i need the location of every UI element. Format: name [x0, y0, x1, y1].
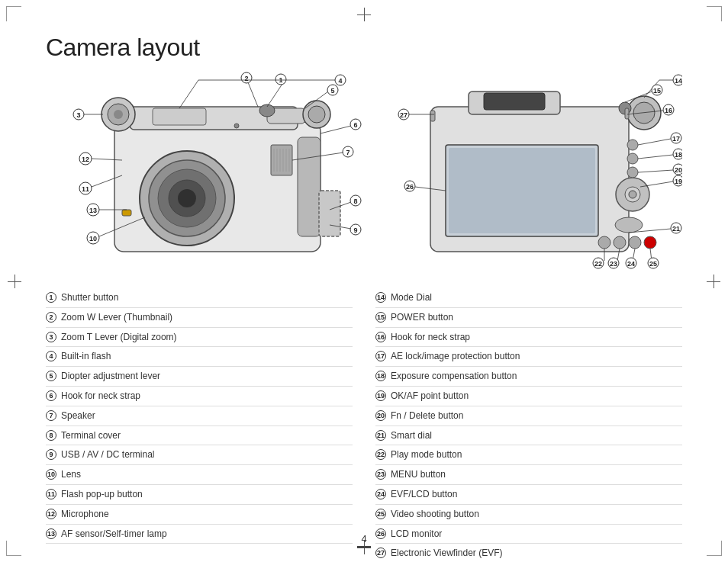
- svg-text:6: 6: [353, 121, 357, 129]
- part-number: 9: [46, 449, 56, 460]
- list-item: 2 Zoom W Lever (Thumbnail): [46, 308, 353, 328]
- svg-point-4: [114, 110, 123, 119]
- part-label: USB / AV / DC terminal: [61, 448, 154, 461]
- list-item: 22 Play mode button: [375, 445, 682, 465]
- part-number: 24: [375, 489, 386, 499]
- part-number: 13: [46, 528, 56, 539]
- part-number: 8: [46, 430, 56, 441]
- svg-text:25: 25: [649, 260, 657, 268]
- page-title: Camera layout: [46, 34, 200, 62]
- list-item: 25 Video shooting button: [375, 505, 682, 525]
- svg-text:27: 27: [400, 111, 407, 119]
- svg-text:17: 17: [672, 135, 680, 143]
- parts-section: 1 Shutter button 2 Zoom W Lever (Thumbna…: [46, 288, 682, 562]
- part-label: Terminal cover: [61, 429, 121, 442]
- svg-point-83: [614, 236, 626, 249]
- part-number: 3: [46, 332, 56, 342]
- list-item: 20 Fn / Delete button: [375, 406, 682, 426]
- svg-text:13: 13: [89, 207, 97, 214]
- parts-column-left: 1 Shutter button 2 Zoom W Lever (Thumbna…: [46, 288, 353, 562]
- list-item: 18 Exposure compensation button: [375, 367, 682, 387]
- part-label: EVF/LCD button: [391, 488, 457, 501]
- part-label: POWER button: [391, 311, 453, 324]
- list-item: 11 Flash pop-up button: [46, 485, 353, 505]
- camera-right: 14 15 16 17 18 19 20: [392, 69, 682, 275]
- part-label: Microphone: [61, 508, 109, 521]
- svg-point-79: [627, 153, 638, 164]
- page-num-text: 4: [361, 533, 366, 544]
- part-number: 14: [375, 292, 386, 303]
- parts-column-right: 14 Mode Dial 15 POWER button 16 Hook for…: [375, 288, 682, 562]
- part-label: OK/AF point button: [391, 390, 469, 403]
- crosshair-top: [357, 8, 371, 21]
- svg-text:23: 23: [610, 260, 617, 268]
- list-item: 23 MENU button: [375, 465, 682, 485]
- list-item: 7 Speaker: [46, 406, 353, 426]
- list-item: 15 POWER button: [375, 308, 682, 328]
- svg-text:3: 3: [76, 111, 80, 119]
- list-item: 24 EVF/LCD button: [375, 485, 682, 505]
- part-number: 21: [375, 430, 386, 441]
- svg-point-81: [615, 217, 643, 233]
- part-label: Built-in flash: [61, 350, 111, 363]
- svg-text:10: 10: [89, 235, 97, 242]
- svg-rect-15: [153, 108, 206, 125]
- page-num-bar: [357, 546, 371, 548]
- svg-text:7: 7: [346, 149, 350, 156]
- svg-text:4: 4: [338, 77, 342, 85]
- svg-text:15: 15: [653, 87, 661, 95]
- part-number: 18: [375, 371, 386, 381]
- part-label: Diopter adjustment lever: [61, 370, 160, 383]
- svg-line-100: [638, 155, 673, 159]
- camera-front-svg: 1 2 3 4 5 6 7: [46, 69, 374, 275]
- part-number: 16: [375, 332, 386, 342]
- part-number: 26: [375, 528, 386, 539]
- list-item: 10 Lens: [46, 465, 353, 485]
- svg-rect-13: [298, 137, 321, 236]
- corner-mark-br: [707, 541, 722, 556]
- svg-text:20: 20: [675, 166, 682, 174]
- part-number: 10: [46, 469, 56, 480]
- part-number: 11: [46, 489, 56, 499]
- svg-text:24: 24: [627, 260, 635, 268]
- svg-point-80: [627, 167, 638, 178]
- part-label: AF sensor/Self-timer lamp: [61, 528, 167, 541]
- part-number: 7: [46, 410, 56, 421]
- svg-line-29: [248, 82, 258, 107]
- svg-text:2: 2: [244, 75, 248, 82]
- part-number: 19: [375, 390, 386, 401]
- svg-point-82: [598, 236, 610, 249]
- part-number: 20: [375, 410, 386, 421]
- part-number: 12: [46, 509, 56, 519]
- svg-text:18: 18: [675, 151, 682, 159]
- svg-text:11: 11: [82, 185, 89, 193]
- part-label: Zoom W Lever (Thumbnail): [61, 311, 172, 324]
- part-number: 27: [375, 548, 386, 558]
- corner-mark-bl: [6, 541, 21, 556]
- list-item: 17 AE lock/image protection button: [375, 347, 682, 367]
- list-item: 6 Hook for neck strap: [46, 387, 353, 406]
- list-item: 5 Diopter adjustment lever: [46, 367, 353, 387]
- part-number: 22: [375, 449, 386, 460]
- part-number: 4: [46, 351, 56, 361]
- svg-rect-68: [484, 93, 545, 110]
- part-number: 15: [375, 312, 386, 323]
- list-item: 27 Electronic Viewfinder (EVF): [375, 544, 682, 562]
- svg-line-106: [638, 170, 673, 172]
- part-label: Speaker: [61, 409, 95, 422]
- svg-line-42: [321, 126, 351, 133]
- part-label: Play mode button: [391, 448, 462, 461]
- list-item: 26 LCD monitor: [375, 525, 682, 544]
- svg-rect-25: [122, 210, 131, 216]
- camera-back-svg: 14 15 16 17 18 19 20: [392, 69, 682, 275]
- part-label: Shutter button: [61, 291, 118, 304]
- part-number: 2: [46, 312, 56, 323]
- part-label: Exposure compensation button: [391, 370, 517, 383]
- part-number: 1: [46, 292, 56, 303]
- part-label: Smart dial: [391, 429, 432, 442]
- svg-point-77: [629, 191, 636, 198]
- svg-rect-86: [430, 111, 435, 121]
- svg-text:16: 16: [665, 107, 672, 114]
- part-label: Flash pop-up button: [61, 488, 143, 501]
- camera-left: 1 2 3 4 5 6 7: [46, 69, 374, 275]
